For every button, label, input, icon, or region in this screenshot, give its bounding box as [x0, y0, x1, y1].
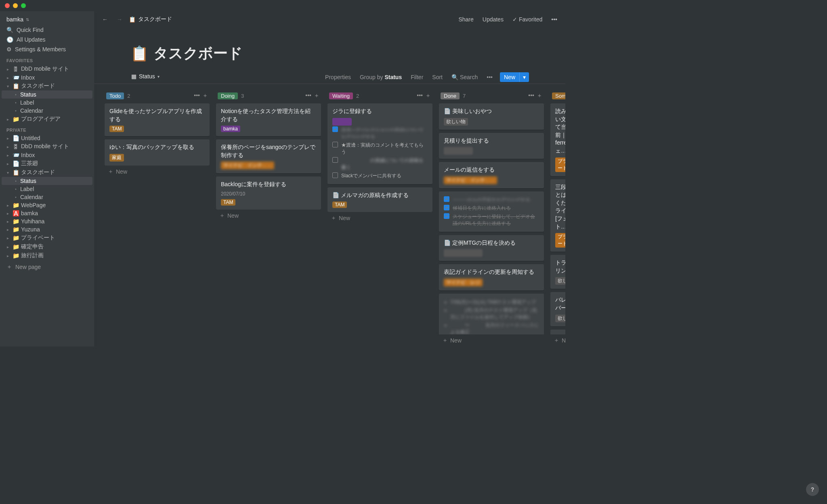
- search-button[interactable]: 🔍 Search: [450, 71, 479, 83]
- board-card[interactable]: トランポリン欲しい物: [550, 255, 565, 289]
- disclosure-triangle-icon[interactable]: ▸: [5, 227, 10, 232]
- disclosure-triangle-icon[interactable]: ▾: [5, 170, 10, 175]
- sidebar-subitem[interactable]: •Label: [2, 185, 92, 193]
- sidebar-item[interactable]: ▾📋タスクボード: [2, 82, 92, 90]
- db-more-button[interactable]: •••: [485, 71, 494, 83]
- column-new-card[interactable]: ＋New: [327, 212, 432, 224]
- column-add-button[interactable]: ＋: [425, 92, 431, 99]
- checklist-item[interactable]: ✓スケジューラーに登録して、ビデオ会議のURLを先方に連絡する: [444, 212, 539, 228]
- disclosure-triangle-icon[interactable]: ▸: [5, 162, 10, 166]
- column-name[interactable]: Doing: [218, 92, 238, 99]
- group-by-button[interactable]: Group by Status: [358, 71, 403, 83]
- board-card[interactable]: ゆずな：写真家庭: [550, 330, 565, 335]
- page-emoji[interactable]: 📋: [130, 45, 149, 62]
- sidebar-item[interactable]: ▸📁Yuzuna: [2, 225, 92, 233]
- filter-button[interactable]: Filter: [409, 71, 425, 83]
- disclosure-triangle-icon[interactable]: ▸: [5, 254, 10, 258]
- board-card[interactable]: 表記ガイドラインの更新を周知するマイナビ レジ: [439, 264, 544, 290]
- sidebar-subitem[interactable]: •Status: [2, 177, 92, 185]
- disclosure-triangle-icon[interactable]: ▸: [5, 203, 10, 208]
- board-card[interactable]: 三段論法とはくためのライ[フェレット…プライベート: [550, 179, 565, 252]
- sidebar-item[interactable]: ▸🎛DbD mobile サイト: [2, 142, 92, 151]
- favorite-button[interactable]: ✓ Favorited: [510, 15, 545, 24]
- breadcrumb[interactable]: 📋 タスクボード: [129, 16, 172, 23]
- chevron-down-icon[interactable]: ▾: [519, 72, 529, 82]
- board-card[interactable]: 📄メルマガの原稿を作成するTAM: [327, 187, 432, 212]
- updates-button[interactable]: Updates: [480, 15, 506, 24]
- board-card[interactable]: 読みやすい文て当たり前｜ferret [フェ…プライベート: [550, 103, 565, 176]
- sidebar-item[interactable]: ▸🅰️bamka: [2, 209, 92, 217]
- zoom-window-button[interactable]: [21, 3, 26, 8]
- disclosure-triangle-icon[interactable]: ▸: [5, 211, 10, 216]
- checklist-item[interactable]: ✓ さんの予定をヒアリングする: [444, 195, 539, 204]
- board-card[interactable]: 7/30(月)〜31(火) TAMテスト環境アップ (月) 先方のテスト環境アッ…: [439, 294, 544, 334]
- disclosure-triangle-icon[interactable]: ▸: [5, 153, 10, 158]
- disclosure-triangle-icon[interactable]: ▸: [5, 219, 10, 224]
- board-card[interactable]: 📄定例MTGの日程を決める: [439, 235, 544, 261]
- board-card[interactable]: ✓ さんの予定をヒアリングする✓候補日を先方に連絡入れる✓スケジューラーに登録し…: [439, 191, 544, 232]
- checkbox-icon[interactable]: [332, 157, 338, 163]
- board-card[interactable]: ジラに登録する ✓渡邊：ディレクションの実績についてヒアリングする★渡邊：実績の…: [327, 103, 432, 184]
- new-record-button[interactable]: New ▾: [500, 72, 529, 82]
- column-more-button[interactable]: •••: [417, 92, 423, 99]
- checklist-item[interactable]: ✓渡邊：ディレクションの実績についてヒアリングする: [332, 126, 428, 141]
- column-more-button[interactable]: •••: [305, 92, 311, 99]
- sidebar-subitem[interactable]: •Status: [2, 90, 92, 99]
- column-more-button[interactable]: •••: [194, 92, 200, 99]
- checkbox-icon[interactable]: [332, 142, 338, 147]
- checkbox-icon[interactable]: ✓: [444, 213, 449, 219]
- column-name[interactable]: Someday: [552, 92, 565, 99]
- column-add-button[interactable]: ＋: [202, 92, 208, 99]
- new-page-button[interactable]: ＋ New page: [2, 260, 92, 274]
- sidebar-item[interactable]: ▸📄Untitled: [2, 134, 92, 142]
- column-add-button[interactable]: ＋: [537, 92, 542, 99]
- page-more-button[interactable]: •••: [549, 15, 560, 24]
- sidebar-item[interactable]: ▸📨Inbox: [2, 74, 92, 82]
- nav-forward-button[interactable]: →: [114, 15, 125, 24]
- column-name[interactable]: Waiting: [329, 92, 353, 99]
- view-tab-status[interactable]: ▦ Status ▾: [130, 71, 160, 84]
- checkbox-icon[interactable]: ✓: [332, 126, 338, 132]
- column-new-card[interactable]: ＋New: [105, 166, 210, 178]
- checklist-item[interactable]: の実績についての原稿を書く: [332, 156, 428, 172]
- checklist-item[interactable]: Slackでメンバーに共有する: [332, 172, 428, 180]
- sort-button[interactable]: Sort: [430, 71, 444, 83]
- column-add-button[interactable]: ＋: [314, 92, 319, 99]
- column-new-card[interactable]: ＋New: [439, 334, 544, 346]
- sidebar-subitem[interactable]: •Calendar: [2, 107, 92, 115]
- all-updates[interactable]: 🕓 All Updates: [2, 35, 92, 44]
- checkbox-icon[interactable]: [332, 172, 338, 178]
- sidebar-subitem[interactable]: •Label: [2, 99, 92, 107]
- sidebar-item[interactable]: ▸📁WebPage: [2, 201, 92, 209]
- sidebar-item[interactable]: ▸📁ブログアイデア: [2, 115, 92, 124]
- checkbox-icon[interactable]: ✓: [444, 205, 449, 210]
- column-more-button[interactable]: •••: [528, 92, 534, 99]
- column-new-card[interactable]: ＋New: [216, 210, 321, 222]
- board-card[interactable]: Notionを使ったタスク管理方法を紹介するbamka: [216, 103, 321, 136]
- board-card[interactable]: Glideを使ったサンプルアプリを作成するTAM: [105, 103, 210, 136]
- board-card[interactable]: 📄美味しいおやつ欲しい物: [439, 103, 544, 130]
- checkbox-icon[interactable]: ✓: [444, 196, 449, 202]
- sidebar-item[interactable]: ▾📋タスクボード: [2, 168, 92, 177]
- board-card[interactable]: Backlogに案件を登録する2020/07/10TAM: [216, 176, 321, 210]
- disclosure-triangle-icon[interactable]: ▸: [5, 145, 10, 149]
- workspace-switcher[interactable]: bamka ⇅: [2, 14, 92, 25]
- board-card[interactable]: バレエのバー欲しい物: [550, 292, 565, 326]
- checklist-item[interactable]: ✓候補日を先方に連絡入れる: [444, 204, 539, 212]
- sidebar-item[interactable]: ▸🎛DbD mobile サイト: [2, 65, 92, 74]
- settings-members[interactable]: ⚙︎ Settings & Members: [2, 44, 92, 54]
- sidebar-item[interactable]: ▸📁Yuhihana: [2, 217, 92, 225]
- disclosure-triangle-icon[interactable]: ▸: [5, 236, 10, 240]
- disclosure-triangle-icon[interactable]: ▸: [5, 136, 10, 141]
- disclosure-triangle-icon[interactable]: ▸: [5, 76, 10, 80]
- board-card[interactable]: 保養所のページをsangoのテンプレで制作するマイナビ インテ．．: [216, 139, 321, 173]
- page-title[interactable]: タスクボード: [153, 44, 243, 63]
- sidebar-item[interactable]: ▸📁旅行計画: [2, 251, 92, 260]
- disclosure-triangle-icon[interactable]: ▸: [5, 67, 10, 71]
- column-name[interactable]: Done: [441, 92, 460, 99]
- minimize-window-button[interactable]: [13, 3, 18, 8]
- board-card[interactable]: メールの返信をするマイナビ インテ．．: [439, 162, 544, 188]
- sidebar-item[interactable]: ▸📁確定申告: [2, 242, 92, 251]
- nav-back-button[interactable]: ←: [100, 15, 110, 24]
- properties-button[interactable]: Properties: [323, 71, 353, 83]
